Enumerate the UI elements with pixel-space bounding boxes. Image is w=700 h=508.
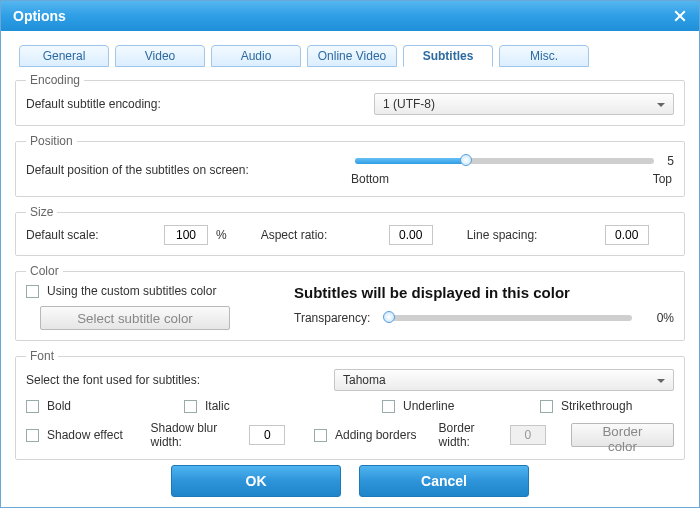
encoding-select[interactable]: 1 (UTF-8) xyxy=(374,93,674,115)
border-width-input[interactable] xyxy=(510,425,546,445)
transparency-slider[interactable] xyxy=(384,315,632,321)
close-icon xyxy=(674,10,686,22)
italic-label: Italic xyxy=(205,399,230,413)
color-legend: Color xyxy=(26,264,63,278)
font-select-label: Select the font used for subtitles: xyxy=(26,373,326,387)
borders-checkbox[interactable] xyxy=(314,429,327,442)
encoding-label: Default subtitle encoding: xyxy=(26,97,366,111)
underline-label: Underline xyxy=(403,399,454,413)
border-color-button[interactable]: Border color xyxy=(571,423,674,447)
position-value: 5 xyxy=(660,154,674,168)
scale-unit: % xyxy=(216,228,227,242)
transparency-label: Transparency: xyxy=(294,311,370,325)
strike-checkbox[interactable] xyxy=(540,400,553,413)
italic-checkbox[interactable] xyxy=(184,400,197,413)
spacing-input[interactable] xyxy=(605,225,649,245)
shadow-width-input[interactable] xyxy=(249,425,285,445)
aspect-input[interactable] xyxy=(389,225,433,245)
font-value: Tahoma xyxy=(343,373,386,387)
custom-color-checkbox[interactable] xyxy=(26,285,39,298)
underline-checkbox[interactable] xyxy=(382,400,395,413)
ok-button[interactable]: OK xyxy=(171,465,341,497)
scale-input[interactable] xyxy=(164,225,208,245)
aspect-label: Aspect ratio: xyxy=(261,228,381,242)
borders-label: Adding borders xyxy=(335,428,416,442)
tab-misc-[interactable]: Misc. xyxy=(499,45,589,67)
font-select[interactable]: Tahoma xyxy=(334,369,674,391)
cancel-button[interactable]: Cancel xyxy=(359,465,529,497)
dialog-footer: OK Cancel xyxy=(1,465,699,497)
shadow-width-label: Shadow blur width: xyxy=(151,421,242,449)
position-legend: Position xyxy=(26,134,77,148)
spacing-label: Line spacing: xyxy=(467,228,597,242)
tab-strip: GeneralVideoAudioOnline VideoSubtitlesMi… xyxy=(19,45,685,67)
position-slider-thumb[interactable] xyxy=(460,154,472,166)
shadow-checkbox[interactable] xyxy=(26,429,39,442)
close-button[interactable] xyxy=(667,6,693,26)
title-bar: Options xyxy=(1,1,699,31)
position-label: Default position of the subtitles on scr… xyxy=(26,163,341,177)
transparency-slider-thumb[interactable] xyxy=(383,311,395,323)
scale-label: Default scale: xyxy=(26,228,156,242)
window-title: Options xyxy=(13,8,66,24)
font-legend: Font xyxy=(26,349,58,363)
shadow-label: Shadow effect xyxy=(47,428,123,442)
color-preview-text: Subtitles will be displayed in this colo… xyxy=(294,284,674,301)
size-legend: Size xyxy=(26,205,57,219)
select-color-button[interactable]: Select subtitle color xyxy=(40,306,230,330)
position-group: Position Default position of the subtitl… xyxy=(15,134,685,197)
bold-checkbox[interactable] xyxy=(26,400,39,413)
encoding-value: 1 (UTF-8) xyxy=(383,97,435,111)
options-dialog: Options GeneralVideoAudioOnline VideoSub… xyxy=(0,0,700,508)
tab-online-video[interactable]: Online Video xyxy=(307,45,397,67)
encoding-group: Encoding Default subtitle encoding: 1 (U… xyxy=(15,73,685,126)
tab-video[interactable]: Video xyxy=(115,45,205,67)
transparency-value: 0% xyxy=(646,311,674,325)
tab-general[interactable]: General xyxy=(19,45,109,67)
color-group: Color Using the custom subtitles color S… xyxy=(15,264,685,341)
custom-color-label: Using the custom subtitles color xyxy=(47,284,216,298)
position-min-label: Bottom xyxy=(351,172,389,186)
tab-audio[interactable]: Audio xyxy=(211,45,301,67)
bold-label: Bold xyxy=(47,399,71,413)
font-group: Font Select the font used for subtitles:… xyxy=(15,349,685,460)
tab-subtitles[interactable]: Subtitles xyxy=(403,45,493,67)
border-width-label: Border width: xyxy=(439,421,502,449)
strike-label: Strikethrough xyxy=(561,399,632,413)
position-slider[interactable] xyxy=(355,158,654,164)
position-max-label: Top xyxy=(653,172,672,186)
size-group: Size Default scale: % Aspect ratio: Line… xyxy=(15,205,685,256)
encoding-legend: Encoding xyxy=(26,73,84,87)
